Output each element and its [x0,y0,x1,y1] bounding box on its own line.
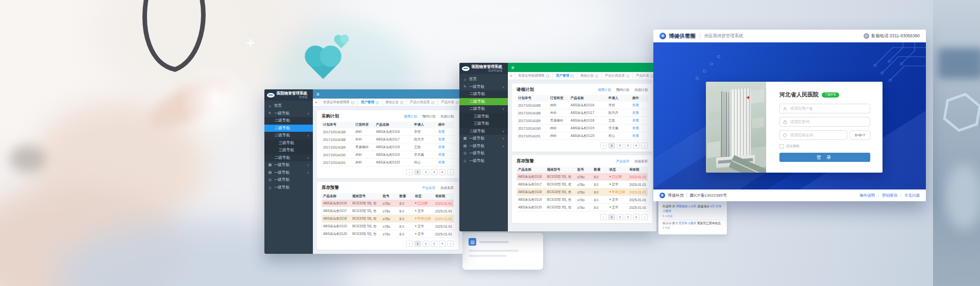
sidebar-item-home[interactable]: ⌂首页 [459,76,508,83]
sidebar-item-nav2[interactable]: 二级导航∧ [264,132,313,139]
page-prev-button[interactable]: ‹ [600,142,607,149]
link-highvalue-plan[interactable]: 高值计划 [634,88,648,92]
page-button[interactable]: 2 [423,169,429,175]
page-next-button[interactable]: › [641,142,648,149]
page-button[interactable]: 3 [431,241,437,247]
view-link[interactable]: 查看 [631,103,648,108]
tab-cert-warning[interactable]: 资质证件效期预警 [515,72,553,80]
link-requisition-plan[interactable]: 领用计划 [404,114,417,119]
sidebar-item-home[interactable]: ⌂首页 [264,102,313,110]
page-next-button[interactable]: › [641,214,648,220]
page-button[interactable]: 1 [414,241,421,247]
sidebar-item-nav2-active[interactable]: 二级导航 [459,98,508,106]
page-button[interactable]: 1 [414,169,421,175]
sidebar-item-nav1[interactable]: ▤一级导航∨ [264,169,313,177]
page-button[interactable]: 4 [633,214,640,220]
link-reservation-plan[interactable]: 预约计划 [616,88,629,92]
username-field[interactable] [779,104,870,113]
link-requisition-plan[interactable]: 领用计划 [598,88,611,92]
page-button[interactable]: 2 [617,214,623,220]
link-product-stock[interactable]: 产品库存 [616,159,629,164]
sidebar-item-nav3[interactable]: 三级导航 [264,147,313,154]
link-reservation-plan[interactable]: 预约计划 [422,114,435,119]
background-card-fragment: ▤ [462,233,543,270]
sidebar-item-nav2[interactable]: 二级导航∨ [459,128,508,135]
page-prev-button[interactable]: ‹ [600,214,607,220]
captcha-field[interactable] [779,130,847,140]
page-button[interactable]: 2 [617,142,623,149]
tab-collapse-icon[interactable]: « [313,99,320,106]
page-next-button[interactable]: › [447,241,454,247]
remember-checkbox[interactable] [779,144,784,149]
page-button[interactable]: 1 [608,142,615,149]
link-highvalue-plan[interactable]: 高值计划 [440,114,454,119]
tab-category-settings[interactable]: 产品分类设置 [407,99,438,106]
username-input[interactable] [789,106,867,111]
page-button[interactable]: 4 [633,142,640,149]
page-button[interactable]: 3 [625,214,631,220]
feed-item[interactable]: 朱老师 在 风险精英小分队 新建项目 5月 日常小需求 5 小时前 [663,203,723,220]
sidebar-item-nav2[interactable]: 二级导航∧ [459,105,508,113]
page-button[interactable]: 3 [625,142,631,149]
sidebar-item-nav1[interactable]: ◎一级导航 [264,176,313,184]
page-button[interactable]: 4 [439,241,446,247]
page-button[interactable]: 3 [431,169,437,175]
password-field[interactable] [779,117,870,127]
captcha-input[interactable] [789,132,844,138]
link-highvalue-stock[interactable]: 高值库存 [440,186,454,190]
sidebar-item-nav2-active[interactable]: 二级导航 [264,125,313,132]
tab-product-outbound[interactable]: 产品出库 [438,99,462,106]
view-link[interactable]: 查看 [631,126,648,131]
page-button[interactable]: 2 [423,241,429,247]
view-link[interactable]: 查看 [437,137,454,142]
link-key-driver[interactable]: 密钥驱动 [882,193,897,198]
footer-icp[interactable]: 冀ICP备13022385号 [690,193,727,198]
tab-notice[interactable]: 通知公告 [577,72,602,80]
page-button[interactable]: 4 [439,169,446,175]
view-link[interactable]: 查看 [631,111,648,115]
link-highvalue-stock[interactable]: 高值库存 [634,159,648,164]
feed-link[interactable]: 风险精英小分队 [676,205,697,208]
tab-collapse-icon[interactable]: « [508,72,515,80]
link-product-stock[interactable]: 产品库存 [422,186,435,190]
hamburger-icon[interactable]: ≡ [511,65,514,70]
tab-category-settings[interactable]: 产品分类设置 [602,72,633,80]
view-link[interactable]: 查看 [437,160,454,165]
sidebar-item-nav2[interactable]: 二级导航∨ [264,154,313,162]
tab-user-management[interactable]: 用户管理 [358,99,382,106]
link-faq[interactable]: 常见问题 [904,193,920,198]
view-link[interactable]: 查看 [437,130,454,134]
hamburger-icon[interactable]: ≡ [316,91,320,97]
tab-user-management[interactable]: 用户管理 [553,72,577,80]
tab-notice[interactable]: 通知公告 [382,99,407,106]
sidebar-item-nav1[interactable]: △一级导航 [459,157,508,165]
sidebar-item-nav1[interactable]: ✎一级导航∧ [264,110,313,117]
view-link[interactable]: 查看 [631,134,648,138]
sidebar-item-nav1[interactable]: ◎一级导航 [459,150,508,157]
sidebar-item-nav3[interactable]: 三级导航 [264,139,313,147]
tab-cert-warning[interactable]: 资质证件效期预警 [320,99,358,106]
sidebar-item-nav1[interactable]: ✎一级导航∧ [459,83,508,91]
sidebar-item-nav1[interactable]: ▦一级导航∨ [459,135,508,142]
sidebar-item-nav3[interactable]: 三级导航 [459,120,508,128]
sidebar-item-nav2[interactable]: 二级导航 [264,117,313,125]
captcha-challenge[interactable]: 6+8=? [850,130,870,140]
login-button[interactable]: 登 录 [779,153,870,162]
view-link[interactable]: 查看 [631,118,648,123]
link-instructions[interactable]: 操作说明 [860,193,875,198]
page-button[interactable]: 1 [608,214,615,220]
page-next-button[interactable]: › [447,169,454,175]
feed-link[interactable]: 5 月日常小需求 [676,222,696,225]
sidebar-item-nav2[interactable]: 二级导航 [459,90,508,98]
sidebar-item-nav1[interactable]: ▦一级导航∨ [264,161,313,169]
view-link[interactable]: 查看 [437,145,454,150]
page-prev-button[interactable]: ‹ [406,169,413,175]
view-link[interactable]: 查看 [437,153,454,157]
sidebar-item-nav1[interactable]: ▤一级导航∨ [459,142,508,150]
user-icon [783,107,787,111]
sidebar-item-nav3[interactable]: 三级导航 [459,113,508,121]
sidebar-item-nav1[interactable]: △一级导航 [264,184,313,192]
feed-item[interactable]: 付小小 在 5 月日常小需求 更新至已发布状态 3 天前 [663,220,723,232]
page-prev-button[interactable]: ‹ [406,241,413,247]
password-input[interactable] [789,119,867,125]
